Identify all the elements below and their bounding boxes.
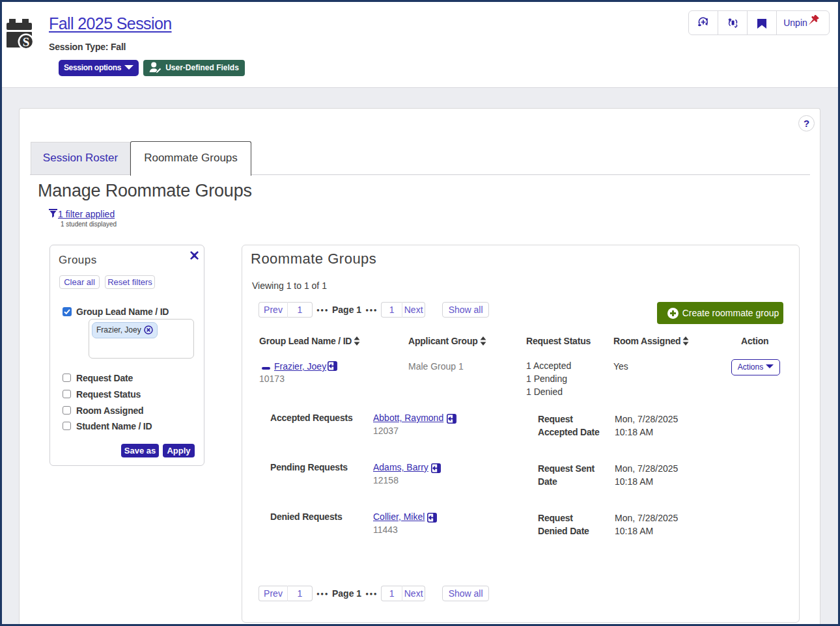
svg-text:S: S: [23, 35, 30, 49]
